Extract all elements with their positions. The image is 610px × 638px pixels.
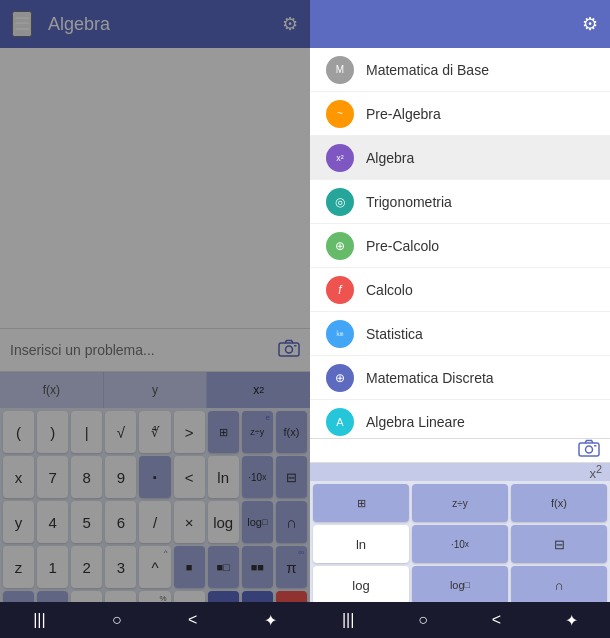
right-camera-button[interactable]	[578, 439, 600, 462]
nav-menu-right[interactable]: |||	[342, 611, 354, 629]
key-z[interactable]: z	[3, 546, 34, 588]
menu-item-calcolo[interactable]: f Calcolo	[310, 268, 610, 312]
key-1[interactable]: 1	[37, 546, 68, 588]
key-3[interactable]: 3	[105, 546, 136, 588]
key-abs[interactable]: |	[71, 411, 102, 453]
menu-icon-trigonometria: ◎	[326, 188, 354, 216]
menu-icon-pre-algebra: ~	[326, 100, 354, 128]
key-greater[interactable]: >	[174, 411, 205, 453]
right-settings-button[interactable]: ⚙	[582, 13, 598, 35]
app-title: Algebra	[48, 14, 266, 35]
menu-icon-algebra: x²	[326, 144, 354, 172]
right-key-matrix[interactable]: ⊞	[313, 484, 409, 522]
key-matrix2[interactable]: ⊟	[276, 456, 307, 498]
menu-item-algebra-lineare[interactable]: A Algebra Lineare	[310, 400, 610, 438]
key-7[interactable]: 7	[37, 456, 68, 498]
key-special1[interactable]: ▪	[139, 456, 170, 498]
right-key-logbase2[interactable]: log□	[412, 566, 508, 604]
key-less[interactable]: <	[174, 456, 205, 498]
svg-rect-0	[279, 343, 299, 356]
key-sci[interactable]: ·10x	[242, 456, 273, 498]
menu-label-pre-algebra: Pre-Algebra	[366, 106, 441, 122]
nav-menu-left[interactable]: |||	[33, 611, 45, 629]
tab-fx[interactable]: f(x)	[0, 372, 104, 408]
key-multiply[interactable]: ×	[174, 501, 205, 543]
key-sq3[interactable]: ■■	[242, 546, 273, 588]
key-y[interactable]: y	[3, 501, 34, 543]
right-tab-x2: x2	[589, 463, 602, 481]
menu-item-algebra[interactable]: x² Algebra	[310, 136, 610, 180]
camera-button[interactable]	[278, 339, 300, 362]
key-sqrt[interactable]: √	[105, 411, 136, 453]
menu-label-calcolo: Calcolo	[366, 282, 413, 298]
kb-row-4: z 1 2 3 ^^ ■ ■□ ■■ π∞	[3, 546, 307, 588]
key-8[interactable]: 8	[71, 456, 102, 498]
tab-fx-label: f(x)	[43, 383, 60, 397]
key-fraction[interactable]: z÷y e	[242, 411, 273, 453]
svg-rect-5	[594, 445, 597, 447]
tab-y[interactable]: y	[104, 372, 208, 408]
key-open-paren[interactable]: (	[3, 411, 34, 453]
key-ln[interactable]: ln	[208, 456, 239, 498]
right-key-sci2[interactable]: ·10x	[412, 525, 508, 563]
problem-input[interactable]	[10, 342, 270, 358]
menu-item-matematica-discreta[interactable]: ⊕ Matematica Discreta	[310, 356, 610, 400]
nav-home-right[interactable]: ○	[418, 611, 428, 629]
right-kb-row-3: log log□ ∩	[313, 566, 607, 604]
kb-row-3: y 4 5 6 / × log log□ ∩	[3, 501, 307, 543]
menu-item-pre-algebra[interactable]: ~ Pre-Algebra	[310, 92, 610, 136]
right-key-cap2[interactable]: ∩	[511, 566, 607, 604]
key-4[interactable]: 4	[37, 501, 68, 543]
key-5[interactable]: 5	[71, 501, 102, 543]
menu-item-matematica-di-base[interactable]: M Matematica di Base	[310, 48, 610, 92]
menu-label-algebra-lineare: Algebra Lineare	[366, 414, 465, 430]
right-key-matrix3[interactable]: ⊟	[511, 525, 607, 563]
menu-label-pre-calcolo: Pre-Calcolo	[366, 238, 439, 254]
menu-item-statistica[interactable]: ㎞ Statistica	[310, 312, 610, 356]
right-kb-tab-bar: x2	[310, 463, 610, 481]
menu-item-pre-calcolo[interactable]: ⊕ Pre-Calcolo	[310, 224, 610, 268]
key-9[interactable]: 9	[105, 456, 136, 498]
key-caret[interactable]: ^^	[139, 546, 170, 588]
right-panel: ⚙ M Matematica di Base ~ Pre-Algebra x² …	[310, 0, 610, 638]
key-6[interactable]: 6	[105, 501, 136, 543]
key-sq1[interactable]: ■	[174, 546, 205, 588]
menu-label-algebra: Algebra	[366, 150, 414, 166]
nav-home-left[interactable]: ○	[112, 611, 122, 629]
content-area	[0, 48, 310, 328]
key-cap[interactable]: ∩	[276, 501, 307, 543]
nav-back-left[interactable]: <	[188, 611, 197, 629]
right-kb-row-2: ln ·10x ⊟	[313, 525, 607, 563]
settings-button[interactable]: ⚙	[282, 13, 298, 35]
left-nav-bar: ||| ○ < ✦	[0, 602, 310, 638]
menu-icon-matematica-di-base: M	[326, 56, 354, 84]
menu-icon-calcolo: f	[326, 276, 354, 304]
key-pi[interactable]: π∞	[276, 546, 307, 588]
tab-x2[interactable]: x2	[207, 372, 310, 408]
key-close-paren[interactable]: )	[37, 411, 68, 453]
key-2[interactable]: 2	[71, 546, 102, 588]
right-input-bar	[310, 438, 610, 463]
key-nthroot[interactable]: ∜	[139, 411, 170, 453]
menu-label-matematica-discreta: Matematica Discreta	[366, 370, 494, 386]
hamburger-button[interactable]: ☰	[12, 11, 32, 37]
nav-recent-right[interactable]: ✦	[565, 611, 578, 630]
right-key-log2[interactable]: log	[313, 566, 409, 604]
right-key-frac[interactable]: z÷y	[412, 484, 508, 522]
right-key-ln[interactable]: ln	[313, 525, 409, 563]
key-sq2[interactable]: ■□	[208, 546, 239, 588]
key-divide[interactable]: /	[139, 501, 170, 543]
menu-item-trigonometria[interactable]: ◎ Trigonometria	[310, 180, 610, 224]
key-logbase[interactable]: log□	[242, 501, 273, 543]
key-fx[interactable]: f(x)	[276, 411, 307, 453]
key-log[interactable]: log	[208, 501, 239, 543]
right-key-fx2[interactable]: f(x)	[511, 484, 607, 522]
left-panel: ☰ Algebra ⚙ f(x) y x2	[0, 0, 310, 638]
keyboard: f(x) y x2 ( ) | √ ∜ > ⊞ z÷y	[0, 372, 310, 638]
key-x[interactable]: x	[3, 456, 34, 498]
nav-back-right[interactable]: <	[492, 611, 501, 629]
menu-label-matematica-di-base: Matematica di Base	[366, 62, 489, 78]
key-matrix[interactable]: ⊞	[208, 411, 239, 453]
nav-recent-left[interactable]: ✦	[264, 611, 277, 630]
menu-icon-algebra-lineare: A	[326, 408, 354, 436]
